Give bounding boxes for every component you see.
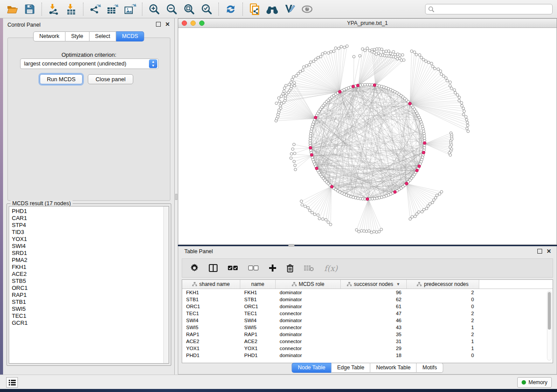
tab-mcds[interactable]: MCDS xyxy=(116,31,144,41)
table-cell: SWI5 xyxy=(182,325,240,330)
export-table-button[interactable] xyxy=(105,2,120,16)
table-row[interactable]: ORC1ORC1dominator610 xyxy=(182,303,553,310)
table-cell: 1 xyxy=(407,346,479,351)
select-all-button[interactable] xyxy=(228,265,238,271)
checked-boxes-icon xyxy=(228,265,238,271)
close-panel-icon[interactable]: ✕ xyxy=(165,22,170,27)
clone-network-button[interactable] xyxy=(247,2,262,16)
optimization-criterion-select[interactable]: largest connected component (undirected)… xyxy=(20,58,159,69)
table-row[interactable]: YOX1YOX1connector291 xyxy=(182,345,553,352)
table-settings-button[interactable] xyxy=(190,264,199,272)
mcds-result-item[interactable]: RAP1 xyxy=(12,292,169,299)
tab-motifs[interactable]: Motifs xyxy=(417,363,443,373)
table-toolbar: f(x) xyxy=(182,258,553,278)
mcds-result-item[interactable]: PHD1 xyxy=(12,208,169,215)
table-row[interactable]: ACE2ACE2connector311 xyxy=(182,338,553,345)
mcds-result-item[interactable]: CAR1 xyxy=(12,215,169,222)
network-search-field[interactable] xyxy=(425,4,553,14)
mcds-result-item[interactable]: SRD1 xyxy=(12,250,169,257)
mcds-result-item[interactable]: STB1 xyxy=(12,299,169,306)
search-input[interactable] xyxy=(435,6,552,12)
splitter-handle[interactable] xyxy=(175,194,177,200)
table-cell: ACE2 xyxy=(182,339,240,344)
export-network-button[interactable] xyxy=(88,2,103,16)
network-window-title: YPA_prune.txt_1 xyxy=(178,20,557,26)
function-builder-button[interactable]: f(x) xyxy=(324,264,338,273)
delete-table-button[interactable] xyxy=(304,265,314,272)
add-column-button[interactable] xyxy=(269,264,277,272)
tab-network-table[interactable]: Network Table xyxy=(370,363,417,373)
mcds-result-item[interactable]: STB5 xyxy=(12,278,169,285)
table-scrollbar[interactable] xyxy=(547,291,552,361)
table-scrollbar-thumb[interactable] xyxy=(548,292,551,330)
mcds-result-item[interactable]: YOX1 xyxy=(12,236,169,243)
search-network-button[interactable] xyxy=(265,2,280,16)
memory-button[interactable]: Memory xyxy=(517,377,552,388)
column-header-successor-nodes[interactable]: successor nodes▼ xyxy=(341,280,407,289)
vizmapper-button[interactable] xyxy=(282,2,297,16)
float-table-panel-icon[interactable] xyxy=(537,249,542,254)
network-graph-canvas[interactable] xyxy=(178,28,557,244)
table-cell: ORC1 xyxy=(240,304,276,309)
table-row[interactable]: FKH1FKH1dominator962 xyxy=(182,289,553,296)
zoom-selected-button[interactable] xyxy=(199,2,214,16)
mcds-result-item[interactable]: GCR1 xyxy=(12,320,169,327)
mcds-result-item[interactable]: SWI5 xyxy=(12,306,169,313)
import-network-button[interactable] xyxy=(46,2,61,16)
fx-icon: f(x) xyxy=(324,264,338,273)
mcds-result-item[interactable]: STP4 xyxy=(12,222,169,229)
zoom-out-button[interactable] xyxy=(164,2,179,16)
refresh-view-button[interactable] xyxy=(223,2,238,16)
column-header-name[interactable]: name xyxy=(240,280,276,289)
tab-network[interactable]: Network xyxy=(33,31,66,41)
open-file-button[interactable] xyxy=(5,2,20,16)
mcds-result-item[interactable]: PMA2 xyxy=(12,257,169,264)
table-cell: FKH1 xyxy=(182,290,240,295)
delete-column-button[interactable] xyxy=(287,264,294,272)
table-row[interactable]: SWI5SWI5connector431 xyxy=(182,324,553,331)
tab-edge-table[interactable]: Edge Table xyxy=(332,363,370,373)
result-list-scrollbar[interactable] xyxy=(163,206,169,363)
network-window-titlebar[interactable]: YPA_prune.txt_1 xyxy=(178,19,557,28)
column-header-MCDS-role[interactable]: MCDS role xyxy=(276,280,341,289)
vizmapper-icon xyxy=(284,3,295,15)
column-header-shared-name[interactable]: shared name xyxy=(182,280,240,289)
import-table-button[interactable] xyxy=(64,2,79,16)
table-row[interactable]: STB1STB1dominator620 xyxy=(182,296,553,303)
mcds-result-item[interactable]: TEC1 xyxy=(12,313,169,320)
float-panel-icon[interactable] xyxy=(156,22,161,27)
mcds-result-item[interactable]: ORC1 xyxy=(12,285,169,292)
table-row[interactable]: TEC1TEC1connector472 xyxy=(182,310,553,317)
table-cell: 0 xyxy=(407,304,479,309)
main-toolbar xyxy=(0,0,557,18)
trash-icon xyxy=(287,264,294,272)
zoom-in-button[interactable] xyxy=(147,2,162,16)
close-panel-button[interactable]: Close panel xyxy=(88,74,133,84)
column-header-predecessor-nodes[interactable]: predecessor nodes xyxy=(407,280,479,289)
table-row[interactable]: RAP1RAP1dominator352 xyxy=(182,331,553,338)
vertical-splitter[interactable] xyxy=(175,18,178,375)
run-mcds-button[interactable]: Run MCDS xyxy=(40,74,83,84)
column-label: successor nodes xyxy=(354,281,393,287)
mcds-result-item[interactable]: TID3 xyxy=(12,229,169,236)
export-image-button[interactable] xyxy=(123,2,138,16)
table-row[interactable]: SWI4SWI4dominator462 xyxy=(182,317,553,324)
node-table[interactable]: shared namenameMCDS rolesuccessor nodes▼… xyxy=(182,279,553,363)
tab-node-table[interactable]: Node Table xyxy=(292,363,332,373)
deselect-all-button[interactable] xyxy=(248,265,259,271)
mcds-result-item[interactable]: SWI4 xyxy=(12,243,169,250)
refresh-icon xyxy=(225,3,236,15)
horizontal-splitter-handle[interactable] xyxy=(288,244,294,247)
tab-style[interactable]: Style xyxy=(66,31,90,41)
mcds-result-item[interactable]: FKH1 xyxy=(12,264,169,271)
mcds-result-list[interactable]: PHD1CAR1STP4TID3YOX1SWI4SRD1PMA2FKH1ACE2… xyxy=(9,206,169,364)
close-table-panel-icon[interactable]: ✕ xyxy=(547,249,551,254)
mcds-result-item[interactable]: ACE2 xyxy=(12,271,169,278)
zoom-fit-button[interactable] xyxy=(182,2,197,16)
show-columns-button[interactable] xyxy=(209,264,218,272)
save-session-button[interactable] xyxy=(22,2,37,16)
tab-select[interactable]: Select xyxy=(90,31,117,41)
task-history-button[interactable] xyxy=(6,377,18,388)
hide-panel-button[interactable] xyxy=(300,2,315,16)
table-row[interactable]: PHD1PHD1dominator180 xyxy=(182,352,553,359)
